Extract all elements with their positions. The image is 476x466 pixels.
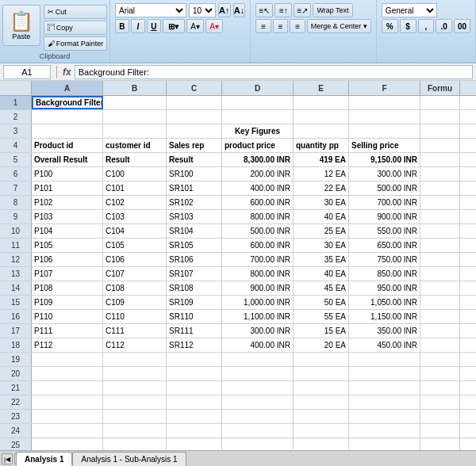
- row-number[interactable]: 12: [0, 253, 32, 266]
- cell-f15[interactable]: 1,050.00 INR: [349, 296, 420, 309]
- cell-f1[interactable]: [349, 96, 420, 109]
- cell-a12[interactable]: P106: [32, 253, 103, 266]
- cell-g13[interactable]: [420, 267, 460, 281]
- cell-b16[interactable]: C110: [103, 310, 167, 323]
- cell-a3[interactable]: [32, 124, 103, 138]
- percent-button[interactable]: %: [382, 19, 398, 33]
- cell-g14[interactable]: [420, 281, 460, 295]
- cell-b11[interactable]: C105: [103, 239, 167, 252]
- cell-b2[interactable]: [103, 110, 167, 124]
- cell-e12[interactable]: 35 EA: [294, 253, 349, 266]
- cell-e11[interactable]: 30 EA: [294, 239, 349, 252]
- align-top-center-button[interactable]: ≡↑: [274, 3, 292, 17]
- cell-f8[interactable]: 700.00 INR: [349, 196, 420, 209]
- wrap-text-button[interactable]: Wrap Text: [313, 3, 352, 17]
- cell-c18[interactable]: SR112: [167, 338, 222, 352]
- row-number[interactable]: 3: [0, 124, 32, 138]
- cell-a10[interactable]: P104: [32, 224, 103, 238]
- cell-d4[interactable]: product price: [222, 139, 294, 152]
- cell-a18[interactable]: P112: [32, 338, 103, 352]
- font-size-select[interactable]: 10: [189, 3, 216, 17]
- cell-f7[interactable]: 500.00 INR: [349, 181, 420, 195]
- row-number[interactable]: 14: [0, 281, 32, 295]
- cell-a7[interactable]: P101: [32, 181, 103, 195]
- increase-font-button[interactable]: A↑: [218, 3, 231, 17]
- formula-input[interactable]: [75, 65, 473, 79]
- row-number[interactable]: 7: [0, 181, 32, 195]
- cell-d13[interactable]: 800.00 INR: [222, 267, 294, 281]
- cell-e17[interactable]: 15 EA: [294, 324, 349, 338]
- cell-f2[interactable]: [349, 110, 420, 124]
- col-header-d[interactable]: D: [222, 81, 294, 95]
- row-number[interactable]: 11: [0, 239, 32, 252]
- cell-g10[interactable]: [420, 224, 460, 238]
- cell-c8[interactable]: SR102: [167, 196, 222, 209]
- cell-c15[interactable]: SR109: [167, 296, 222, 309]
- row-number[interactable]: 9: [0, 210, 32, 223]
- cell-c5[interactable]: Result: [167, 153, 222, 166]
- cell-b7[interactable]: C101: [103, 181, 167, 195]
- cell-e9[interactable]: 40 EA: [294, 210, 349, 223]
- cell-d8[interactable]: 600.00 INR: [222, 196, 294, 209]
- cell-b10[interactable]: C104: [103, 224, 167, 238]
- col-header-g[interactable]: Formu: [420, 81, 460, 95]
- cell-reference-input[interactable]: [3, 65, 51, 79]
- col-header-a[interactable]: A: [32, 81, 103, 95]
- comma-button[interactable]: ,: [418, 19, 435, 33]
- cell-f17[interactable]: 350.00 INR: [349, 324, 420, 338]
- cell-f12[interactable]: 750.00 INR: [349, 253, 420, 266]
- cell-d2[interactable]: [222, 110, 294, 124]
- align-top-right-button[interactable]: ≡↗: [294, 3, 311, 17]
- cell-b3[interactable]: [103, 124, 167, 138]
- align-center-button[interactable]: ≡: [273, 19, 288, 33]
- number-format-select[interactable]: General: [382, 3, 437, 17]
- row-number[interactable]: 18: [0, 338, 32, 352]
- cell-c4[interactable]: Sales rep: [167, 139, 222, 152]
- row-number[interactable]: 17: [0, 324, 32, 338]
- merge-center-button[interactable]: Merge & Center ▾: [307, 19, 371, 33]
- cell-c1[interactable]: [167, 96, 222, 109]
- row-number[interactable]: 4: [0, 139, 32, 152]
- sheet-tab-sub-analysis1[interactable]: Analysis 1 - Sub-Analysis 1: [72, 452, 186, 466]
- cell-e1[interactable]: [294, 96, 349, 109]
- cell-b8[interactable]: C102: [103, 196, 167, 209]
- cell-g4[interactable]: [420, 139, 460, 152]
- cell-a9[interactable]: P103: [32, 210, 103, 223]
- cell-c11[interactable]: SR105: [167, 239, 222, 252]
- row-number[interactable]: 1: [0, 96, 32, 109]
- cell-g7[interactable]: [420, 181, 460, 195]
- cell-f3[interactable]: [349, 124, 420, 138]
- currency-button[interactable]: $: [400, 19, 416, 33]
- row-number[interactable]: 10: [0, 224, 32, 238]
- cell-e10[interactable]: 25 EA: [294, 224, 349, 238]
- italic-button[interactable]: I: [131, 19, 145, 33]
- cell-g17[interactable]: [420, 324, 460, 338]
- cell-c2[interactable]: [167, 110, 222, 124]
- cell-a13[interactable]: P107: [32, 267, 103, 281]
- col-header-f[interactable]: F: [349, 81, 420, 95]
- cell-d3[interactable]: Key Figures: [222, 124, 294, 138]
- cell-a6[interactable]: P100: [32, 167, 103, 181]
- cell-d14[interactable]: 900.00 INR: [222, 281, 294, 295]
- cell-e16[interactable]: 55 EA: [294, 310, 349, 323]
- cell-b18[interactable]: C112: [103, 338, 167, 352]
- cell-f11[interactable]: 650.00 INR: [349, 239, 420, 252]
- underline-button[interactable]: U: [147, 19, 161, 33]
- cell-e2[interactable]: [294, 110, 349, 124]
- cell-a11[interactable]: P105: [32, 239, 103, 252]
- cell-f6[interactable]: 300.00 INR: [349, 167, 420, 181]
- cut-button[interactable]: ✂ ✂ Cut Cut: [44, 5, 108, 19]
- cell-c3[interactable]: [167, 124, 222, 138]
- cell-e18[interactable]: 20 EA: [294, 338, 349, 352]
- increase-decimal-button[interactable]: 00: [454, 19, 470, 33]
- cell-g6[interactable]: [420, 167, 460, 181]
- cell-d12[interactable]: 700.00 INR: [222, 253, 294, 266]
- cell-f4[interactable]: Selling price: [349, 139, 420, 152]
- cell-f5[interactable]: 9,150.00 INR: [349, 153, 420, 166]
- cell-b15[interactable]: C109: [103, 296, 167, 309]
- bold-button[interactable]: B: [115, 19, 129, 33]
- cell-f9[interactable]: 900.00 INR: [349, 210, 420, 223]
- cell-e8[interactable]: 30 EA: [294, 196, 349, 209]
- cell-e7[interactable]: 22 EA: [294, 181, 349, 195]
- cell-b13[interactable]: C107: [103, 267, 167, 281]
